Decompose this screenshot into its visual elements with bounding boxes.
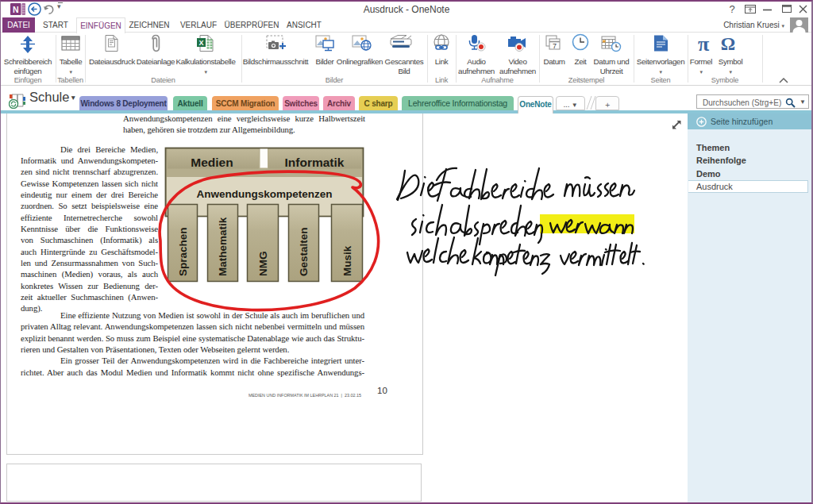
- svg-text:Anwendungskompetenzen: Anwendungskompetenzen: [196, 188, 332, 200]
- svg-text:N: N: [13, 5, 19, 14]
- svg-text:7: 7: [553, 42, 557, 50]
- svg-text:Sprachen: Sprachen: [177, 227, 189, 276]
- svg-text:Gestalten: Gestalten: [298, 227, 310, 276]
- svg-text:Musik: Musik: [341, 245, 353, 276]
- svg-text:Ω: Ω: [721, 34, 735, 54]
- svg-text:Mathematik: Mathematik: [217, 217, 229, 276]
- svg-text:NMG: NMG: [257, 252, 269, 277]
- svg-text:Medien: Medien: [191, 156, 233, 169]
- svg-text:X: X: [198, 39, 203, 47]
- svg-text:π: π: [698, 33, 709, 56]
- svg-text:Informatik: Informatik: [285, 156, 345, 169]
